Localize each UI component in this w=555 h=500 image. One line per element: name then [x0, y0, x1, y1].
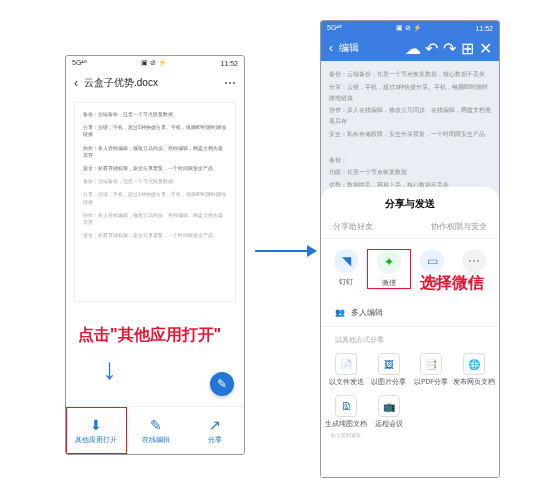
other-label: 以PDF分享 — [414, 378, 448, 387]
doc-line: 协作：多人在线编辑，修改立马同步。在线编辑，网盘文档先着后存 — [83, 145, 227, 159]
other-item-发布网页文档[interactable]: 🌐发布网页文档 — [453, 353, 496, 387]
share-label: 钉钉 — [339, 277, 353, 287]
back-icon[interactable]: ‹ — [74, 76, 78, 90]
multi-edit-label: 多人编辑 — [351, 307, 383, 318]
people-icon: 👥 — [335, 308, 345, 317]
share-icon: ▭ — [420, 249, 444, 273]
bg-line: 安全：私有存储权限，安全分享禁复，一个时间限安全产品 — [329, 129, 491, 140]
phone-left: 5G⁴⁶ ▣ ⊘ ⚡ 11:52 ‹ 云盒子优势.docx ⋯ 备份：云端备份，… — [65, 55, 245, 455]
other-item-远程会议[interactable]: 📺远程会议 — [368, 395, 411, 438]
share-item-钉钉[interactable]: ◥钉钉 — [325, 249, 367, 289]
header-title: 编辑 — [339, 41, 401, 55]
cloud-icon[interactable]: ☁ — [407, 42, 419, 54]
doc-preview: 备份：云端备份，任意一个节点恢复数据分享：云链，手机，超过3种快捷分享。手机，电… — [74, 102, 236, 302]
arrow-down-icon: ↓ — [102, 352, 117, 386]
grid-icon[interactable]: ⊞ — [461, 42, 473, 54]
share-icon: ✦ — [377, 250, 401, 274]
doc-line: 分享：云链，手机，超过3种快捷分享。手机，电脑即时随时随地链接 — [83, 124, 227, 138]
instruction-right: 选择微信 — [420, 273, 484, 294]
bottom-label: 分享 — [208, 435, 222, 445]
other-label: 生成纯图文档 — [325, 420, 367, 429]
bottom-bar: ⬇其他应用打开✎在线编辑↗分享 — [66, 406, 244, 454]
bottom-icon: ↗ — [209, 417, 221, 433]
status-icons: ▣ ⊘ ⚡ — [396, 24, 422, 32]
other-icon: 📄 — [335, 353, 357, 375]
phone-right: 5G⁴⁶ ▣ ⊘ ⚡ 11:52 ‹ 编辑 ☁ ↶ ↷ ⊞ ✕ 备份：云端备份，… — [320, 20, 500, 478]
share-icon: ⋯ — [462, 249, 486, 273]
back-icon[interactable]: ‹ — [329, 41, 333, 55]
bottom-item-0[interactable]: ⬇其他应用打开 — [66, 407, 127, 454]
more-icon[interactable]: ⋯ — [224, 76, 236, 90]
tab-permissions[interactable]: 协作权限与安全 — [431, 221, 487, 238]
bg-line: 功能：任意一个节点恢复数据 — [329, 167, 491, 178]
doc-line: 安全：私有存储权限，安全分享禁复，一个时间限安全产品 — [83, 165, 227, 172]
status-bar: 5G⁴⁶ ▣ ⊘ ⚡ 11:52 — [66, 56, 244, 70]
bottom-item-2[interactable]: ↗分享 — [185, 407, 244, 454]
status-bar: 5G⁴⁶ ▣ ⊘ ⚡ 11:52 — [321, 21, 499, 35]
bg-line: 备份：云端备份，任意一个节点恢复数据，核心数据不丢失 — [329, 69, 491, 80]
other-label: 以图片分享 — [371, 378, 406, 387]
other-label: 发布网页文档 — [453, 378, 495, 387]
redo-icon[interactable]: ↷ — [443, 42, 455, 54]
bg-line — [329, 142, 491, 153]
share-icon: ◥ — [334, 249, 358, 273]
bg-line: 协作：多人在线编辑，修改立马同步。在线编辑，网盘文档先着后存 — [329, 105, 491, 127]
other-label: 以文件发送 — [329, 378, 364, 387]
instruction-left: 点击"其他应用打开" — [78, 325, 221, 346]
bottom-item-1[interactable]: ✎在线编辑 — [127, 407, 186, 454]
other-icon: 🌐 — [463, 353, 485, 375]
other-sublabel: 防止复制篡改 — [331, 432, 361, 438]
clock: 11:52 — [220, 60, 238, 67]
bottom-label: 其他应用打开 — [75, 435, 117, 445]
status-icons: ▣ ⊘ ⚡ — [141, 59, 167, 67]
close-icon[interactable]: ✕ — [479, 42, 491, 54]
clock: 11:52 — [475, 25, 493, 32]
doc-line: 备份：云端备份，任意一个节点恢复数据 — [83, 111, 227, 118]
share-item-微信[interactable]: ✦微信 — [367, 249, 411, 289]
signal-indicator: 5G⁴⁶ — [327, 24, 342, 32]
other-icon: 📺 — [378, 395, 400, 417]
other-item-以文件发送[interactable]: 📄以文件发送 — [325, 353, 368, 387]
bottom-label: 在线编辑 — [142, 435, 170, 445]
multi-edit-row[interactable]: 👥 多人编辑 — [321, 299, 499, 327]
bottom-icon: ⬇ — [90, 417, 102, 433]
tab-friends[interactable]: 分享给好友 — [333, 221, 373, 238]
other-icon: 🖼 — [378, 353, 400, 375]
undo-icon[interactable]: ↶ — [425, 42, 437, 54]
share-title: 分享与发送 — [321, 197, 499, 211]
arrow-right-icon — [255, 250, 315, 252]
share-tabs: 分享给好友 协作权限与安全 — [321, 221, 499, 239]
bottom-icon: ✎ — [150, 417, 162, 433]
other-icon: 📑 — [420, 353, 442, 375]
doc-title: 云盒子优势.docx — [84, 76, 218, 90]
share-panel: 分享与发送 分享给好友 协作权限与安全 ◥钉钉✦微信▭电脑⋯更多 👥 多人编辑 … — [321, 187, 499, 477]
doc-header: ‹ 云盒子优势.docx ⋯ — [66, 70, 244, 96]
other-section-label: 以其他方式分享 — [321, 327, 499, 349]
signal-indicator: 5G⁴⁶ — [72, 59, 87, 67]
other-item-以PDF分享[interactable]: 📑以PDF分享 — [410, 353, 453, 387]
share-label: 微信 — [382, 278, 396, 288]
other-label: 远程会议 — [375, 420, 403, 429]
bg-line: 分享：云链，手机，超过3种快捷分享。手机，电脑即时随时随地链接 — [329, 82, 491, 104]
fab-button[interactable]: ✎ — [210, 372, 234, 396]
edit-header: ‹ 编辑 ☁ ↶ ↷ ⊞ ✕ — [321, 35, 499, 61]
other-item-以图片分享[interactable]: 🖼以图片分享 — [368, 353, 411, 387]
other-icon: 🖻 — [335, 395, 357, 417]
other-grid: 📄以文件发送🖼以图片分享📑以PDF分享🌐发布网页文档🖻生成纯图文档防止复制篡改📺… — [321, 349, 499, 450]
bg-line: 备份： — [329, 155, 491, 166]
other-item-生成纯图文档[interactable]: 🖻生成纯图文档防止复制篡改 — [325, 395, 368, 438]
